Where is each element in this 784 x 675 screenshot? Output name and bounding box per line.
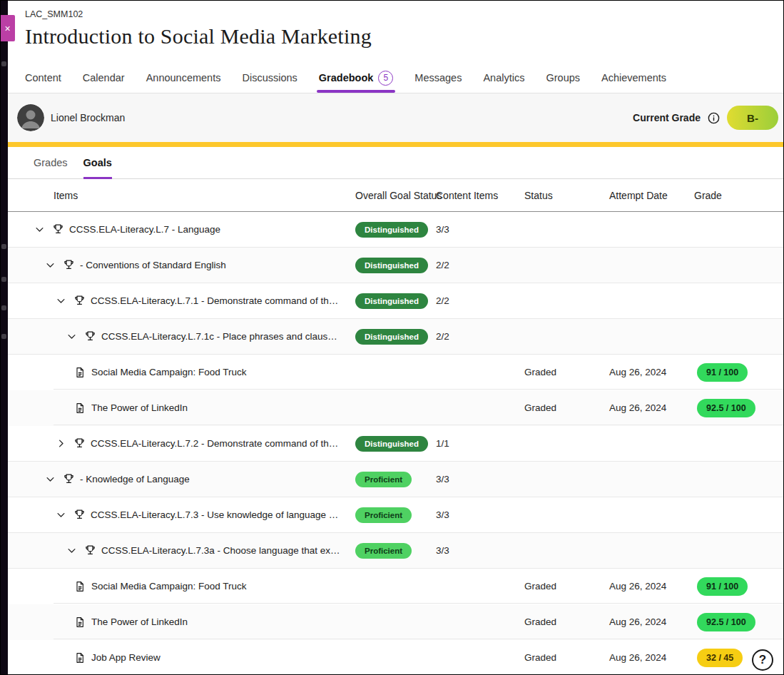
chevron-down-icon[interactable]: [32, 223, 46, 237]
current-grade-label: Current Grade: [633, 112, 701, 123]
overall-goal-status-cell: Distinguished: [347, 329, 428, 345]
attempt-date: Aug 26, 2024: [601, 652, 686, 663]
nav-tab-analytics[interactable]: Analytics: [483, 63, 524, 93]
grade-cell: 92.5 / 100: [686, 613, 784, 631]
nav-tab-announcements[interactable]: Announcements: [146, 63, 221, 93]
goal-status-pill: Distinguished: [355, 293, 428, 309]
content-item-row: Social Media Campaign: Food TruckGradedA…: [8, 355, 784, 390]
goal-status-pill: Proficient: [355, 472, 412, 487]
goals-table: Items Overall Goal Status Content Items …: [8, 179, 784, 675]
attempt-date: Aug 26, 2024: [601, 402, 686, 413]
student-name: Lionel Brockman: [51, 112, 125, 123]
item-status: Graded: [516, 616, 601, 627]
grade-pill[interactable]: 92.5 / 100: [697, 399, 755, 417]
content-item-label[interactable]: Social Media Campaign: Food Truck: [91, 367, 247, 377]
goal-row: CCSS.ELA-Literacy.L.7.1 - Demonstrate co…: [8, 283, 784, 319]
nav-tab-content[interactable]: Content: [25, 63, 61, 93]
gradebook-subtabs: GradesGoals: [8, 147, 784, 179]
document-icon: [73, 616, 86, 629]
chevron-down-icon[interactable]: [64, 330, 78, 344]
overall-goal-status-cell: Distinguished: [347, 258, 428, 273]
chevron-down-icon[interactable]: [43, 472, 57, 487]
nav-tab-label: Announcements: [146, 72, 221, 83]
nav-tab-label: Discussions: [242, 72, 297, 83]
overall-goal-status-cell: Distinguished: [347, 436, 428, 452]
grade-pill[interactable]: 92.5 / 100: [697, 613, 755, 631]
goal-label: CCSS.ELA-Literacy.L.7.1c - Place phrases…: [101, 331, 340, 342]
course-nav: ContentCalendarAnnouncementsDiscussionsG…: [8, 63, 784, 93]
goal-trophy-icon: [83, 330, 96, 343]
goal-status-pill: Distinguished: [355, 436, 428, 452]
content-item-row: Social Media Campaign: Food TruckGradedA…: [8, 569, 784, 604]
gradebook-count-badge: 5: [378, 71, 393, 86]
goal-row: CCSS.ELA-Literacy.L.7.2 - Demonstrate co…: [8, 426, 784, 462]
course-header: LAC_SMM102 Introduction to Social Media …: [8, 0, 784, 63]
content-items-count: 2/2: [428, 331, 516, 342]
main-content: LAC_SMM102 Introduction to Social Media …: [8, 0, 784, 675]
nav-tab-label: Content: [25, 72, 61, 83]
goal-label: CCSS.ELA-Literacy.L.7.2 - Demonstrate co…: [91, 438, 340, 449]
grade-pill[interactable]: 91 / 100: [697, 577, 748, 596]
nav-tab-label: Gradebook: [319, 72, 374, 83]
content-item-row: The Power of LinkedInGradedAug 26, 20249…: [8, 604, 784, 640]
grade-cell: 91 / 100: [686, 363, 784, 382]
col-header-overall-goal-status: Overall Goal Status: [347, 190, 428, 201]
content-item-label[interactable]: The Power of LinkedIn: [91, 402, 188, 413]
goal-label: CCSS.ELA-Literacy.L.7 - Language: [69, 224, 220, 235]
goal-status-pill: Proficient: [355, 507, 412, 523]
attempt-date: Aug 26, 2024: [601, 616, 686, 627]
content-item-label[interactable]: The Power of LinkedIn: [91, 616, 188, 627]
nav-tab-gradebook[interactable]: Gradebook5: [319, 63, 394, 93]
overall-goal-status-cell: Proficient: [347, 543, 428, 559]
col-header-status: Status: [516, 190, 601, 201]
chevron-right-icon[interactable]: [54, 437, 68, 451]
attempt-date: Aug 26, 2024: [601, 367, 686, 377]
content-items-count: 2/2: [428, 260, 516, 270]
col-header-attempt-date: Attempt Date: [601, 190, 686, 201]
nav-tab-groups[interactable]: Groups: [546, 63, 580, 93]
nav-tab-achievements[interactable]: Achievements: [601, 63, 666, 93]
goal-label: CCSS.ELA-Literacy.L.7.3 - Use knowledge …: [91, 509, 340, 520]
goal-trophy-icon: [83, 544, 96, 557]
grade-pill[interactable]: 91 / 100: [697, 363, 748, 382]
nav-tab-messages[interactable]: Messages: [414, 63, 462, 93]
goal-label: CCSS.ELA-Literacy.L.7.1 - Demonstrate co…: [91, 295, 340, 306]
content-item-label[interactable]: Social Media Campaign: Food Truck: [91, 581, 247, 592]
chevron-down-icon[interactable]: [54, 508, 68, 522]
nav-tab-label: Calendar: [83, 72, 125, 83]
subtab-goals[interactable]: Goals: [83, 147, 112, 178]
avatar: [17, 104, 44, 131]
item-status: Graded: [516, 581, 601, 592]
goal-label: - Conventions of Standard English: [80, 260, 226, 270]
document-icon: [73, 580, 86, 593]
close-panel-tab[interactable]: ×: [0, 15, 15, 41]
goal-row: CCSS.ELA-Literacy.L.7.3 - Use knowledge …: [8, 497, 784, 533]
help-button[interactable]: ?: [752, 649, 773, 671]
grade-pill[interactable]: 32 / 45: [697, 649, 743, 667]
current-grade-pill[interactable]: B-: [727, 106, 778, 130]
nav-tab-discussions[interactable]: Discussions: [242, 63, 297, 93]
nav-tab-label: Achievements: [601, 72, 666, 83]
course-title: Introduction to Social Media Marketing: [25, 24, 767, 49]
info-icon[interactable]: [707, 111, 721, 125]
goal-label: - Knowledge of Language: [80, 474, 190, 484]
nav-tab-calendar[interactable]: Calendar: [83, 63, 125, 93]
subtab-grades[interactable]: Grades: [34, 147, 68, 178]
sidebar-glyph: [1, 305, 6, 310]
collapsed-sidebar[interactable]: [0, 0, 8, 675]
nav-tab-label: Groups: [546, 72, 580, 83]
goal-status-pill: Distinguished: [355, 329, 428, 345]
content-item-label[interactable]: Job App Review: [91, 652, 161, 663]
grade-color-bar: [8, 142, 784, 147]
goal-status-pill: Distinguished: [355, 222, 428, 238]
goal-row: CCSS.ELA-Literacy.L.7.1c - Place phrases…: [8, 319, 784, 355]
chevron-down-icon[interactable]: [43, 258, 57, 273]
chevron-down-icon[interactable]: [54, 294, 68, 308]
goal-trophy-icon: [73, 509, 86, 522]
chevron-down-icon[interactable]: [64, 544, 78, 558]
item-status: Graded: [516, 367, 601, 377]
goal-trophy-icon: [51, 223, 64, 236]
attempt-date: Aug 26, 2024: [601, 581, 686, 592]
nav-tab-label: Messages: [414, 72, 462, 83]
course-code: LAC_SMM102: [25, 9, 767, 19]
